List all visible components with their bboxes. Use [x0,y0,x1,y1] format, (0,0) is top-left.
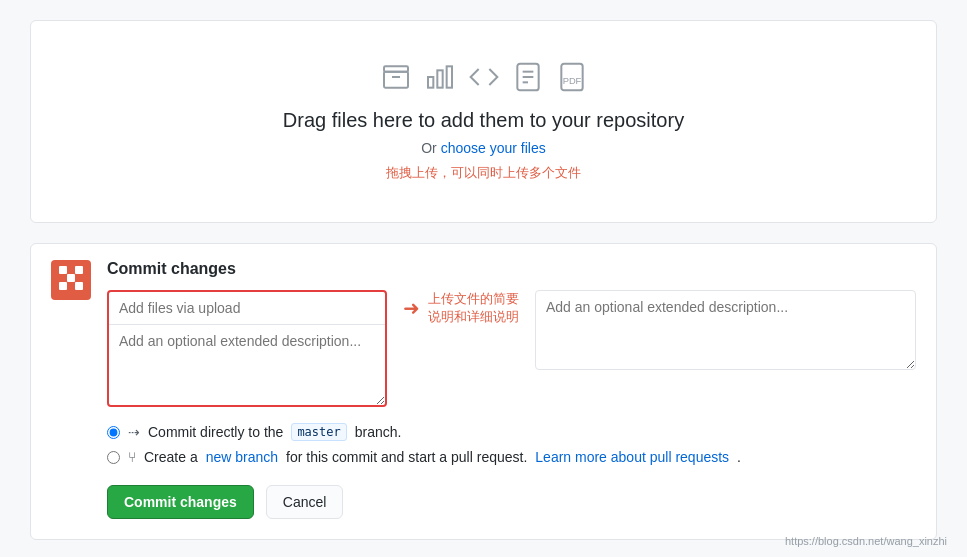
action-buttons: Commit changes Cancel [107,485,916,519]
annotation-line1: 上传文件的简要 [428,290,519,308]
learn-more-link[interactable]: Learn more about pull requests [535,449,729,465]
upload-subtitle: 拖拽上传，可以同时上传多个文件 [386,164,581,182]
branch-new-radio[interactable] [107,451,120,464]
commit-button[interactable]: Commit changes [107,485,254,519]
commit-summary-input[interactable] [109,292,385,325]
svg-text:PDF: PDF [562,76,581,86]
learn-more-period: . [737,449,741,465]
commit-form: ➜ 上传文件的简要 说明和详细说明 [107,290,916,407]
choose-files-link[interactable]: choose your files [441,140,546,156]
svg-rect-1 [384,72,408,88]
fork-icon: ⑂ [128,449,136,465]
avatar-icon [53,262,89,298]
upload-area[interactable]: PDF Drag files here to add them to your … [30,20,937,223]
upload-icons: PDF [380,61,588,93]
svg-rect-4 [437,70,442,87]
commit-inputs-box [107,290,387,407]
svg-rect-5 [446,66,451,87]
pdf-icon: PDF [556,61,588,93]
commit-extended-textarea[interactable] [535,290,916,370]
upload-title: Drag files here to add them to your repo… [283,109,684,132]
new-branch-text1: Create a [144,449,198,465]
merge-icon: ⇢ [128,424,140,440]
new-branch-link[interactable]: new branch [206,449,278,465]
branch-options: ⇢ Commit directly to the master branch. … [107,423,916,465]
doc-icon [512,61,544,93]
branch-option-new[interactable]: ⑂ Create a new branch for this commit an… [107,449,916,465]
branch-direct-radio[interactable] [107,426,120,439]
avatar [51,260,91,300]
cancel-button[interactable]: Cancel [266,485,344,519]
commit-annotation: ➜ 上传文件的简要 说明和详细说明 [403,290,519,326]
chart-icon [424,61,456,93]
new-branch-text2: for this commit and start a pull request… [286,449,527,465]
branch-commit-text1: Commit directly to the [148,424,283,440]
annotation-line2: 说明和详细说明 [428,308,519,326]
svg-rect-14 [67,274,75,282]
commit-main: Commit changes ➜ 上传文件的简要 说明和详细说明 [107,260,916,519]
commit-extended-area [535,290,916,373]
svg-rect-15 [59,282,67,290]
branch-option-direct[interactable]: ⇢ Commit directly to the master branch. [107,423,916,441]
branch-name-badge: master [291,423,346,441]
upload-or-line: Or choose your files [421,140,546,156]
commit-title: Commit changes [107,260,916,278]
right-arrow-icon: ➜ [403,296,420,320]
svg-rect-16 [75,282,83,290]
code-icon [468,61,500,93]
svg-rect-12 [59,266,67,274]
watermark: https://blog.csdn.net/wang_xinzhi [785,535,947,547]
branch-commit-text2: branch. [355,424,402,440]
svg-rect-3 [428,77,433,88]
commit-description-textarea[interactable] [109,325,385,405]
archive-icon [380,61,412,93]
svg-rect-13 [75,266,83,274]
commit-section: Commit changes ➜ 上传文件的简要 说明和详细说明 [30,243,937,540]
